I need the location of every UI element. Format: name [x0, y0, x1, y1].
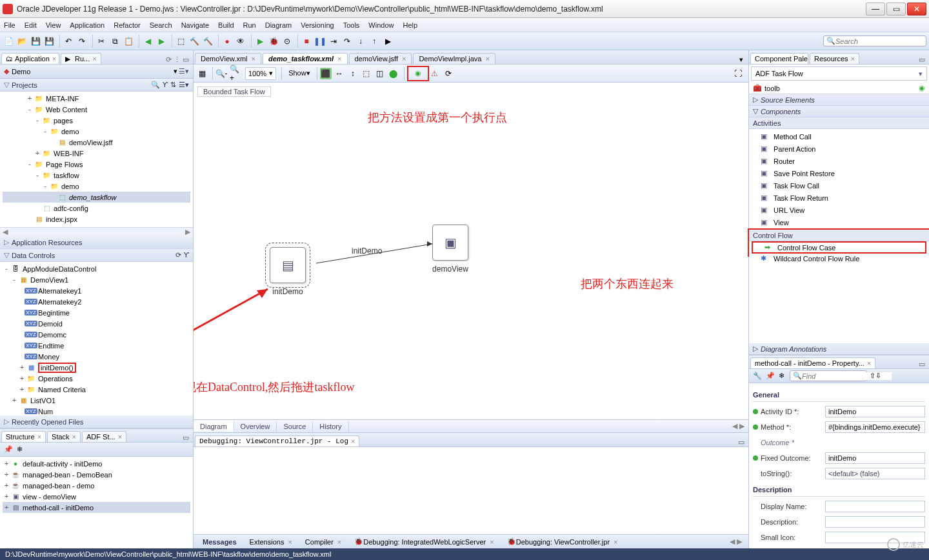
resume-icon[interactable]: ▶: [382, 35, 394, 47]
tab-property-inspector[interactable]: method-call - initDemo - Property...×: [750, 357, 875, 368]
log-body[interactable]: [194, 447, 748, 534]
tree-item[interactable]: XYZDemoid: [3, 318, 190, 329]
palette-item[interactable]: ▣Save Point Restore: [749, 167, 929, 179]
palette-help-icon[interactable]: ◉: [919, 84, 925, 92]
freeze-icon[interactable]: ❄: [779, 372, 784, 380]
tree-item[interactable]: XYZMoney: [3, 351, 190, 362]
tab-application[interactable]: 🗂Application×: [1, 53, 59, 64]
zoomin-icon[interactable]: 🔍+: [229, 68, 241, 79]
deploy-icon[interactable]: ⬚: [175, 35, 186, 47]
tree-item[interactable]: +▦ListVO1: [3, 395, 190, 406]
new-icon[interactable]: 📄: [3, 35, 14, 47]
msgtab-debug-wls[interactable]: 🐞Debugging: IntegratedWebLogicServer×: [348, 536, 500, 547]
build-icon[interactable]: 🔨: [188, 35, 200, 47]
tree-item[interactable]: XYZEndtime: [3, 340, 190, 351]
profile-icon[interactable]: ⊙: [281, 35, 293, 47]
btab-overview[interactable]: Overview: [234, 421, 277, 432]
datacontrols-tree[interactable]: -🗄AppModuleDataControl-▦DemoView1 XYZAlt…: [0, 262, 193, 415]
section-description[interactable]: Description: [753, 483, 925, 497]
tab-demoview-xml[interactable]: DemoView.xml×: [195, 53, 261, 64]
menu-help[interactable]: Help: [403, 21, 417, 29]
flow-label[interactable]: initDemo: [352, 246, 382, 255]
redo-icon[interactable]: ↷: [76, 35, 88, 47]
msgtab-extensions[interactable]: Extensions×: [243, 537, 299, 547]
btab-history[interactable]: History: [313, 421, 348, 432]
search-input[interactable]: [835, 37, 925, 45]
prop-fixed-outcome[interactable]: [825, 452, 925, 464]
tree-item[interactable]: +📁META-INF: [3, 93, 190, 104]
run-icon[interactable]: ▶: [254, 35, 266, 47]
tree-item[interactable]: ▤demoView.jsff: [3, 137, 190, 148]
tool5-icon[interactable]: ◫: [374, 68, 386, 79]
tree-item[interactable]: +▤method-call - initDemo: [3, 502, 190, 513]
tree-item[interactable]: +📁Operations: [3, 373, 190, 384]
close-icon[interactable]: ×: [92, 55, 96, 63]
menu-window[interactable]: Window: [368, 21, 394, 29]
btab-diagram[interactable]: Diagram: [194, 421, 234, 432]
tree-item[interactable]: +📁Named Criteria: [3, 384, 190, 395]
tree-item[interactable]: -📁Web Content: [3, 104, 190, 115]
zoomout-icon[interactable]: 🔍-: [215, 68, 227, 79]
tree-item[interactable]: ⬚demo_taskflow: [3, 192, 190, 203]
tree-item[interactable]: +☕managed-bean - DemoBean: [3, 469, 190, 480]
expand-icon[interactable]: ⛶: [732, 68, 744, 79]
app-menu-icon[interactable]: ☰▾: [179, 66, 189, 77]
menu-edit[interactable]: Edit: [25, 21, 37, 29]
group-source[interactable]: ▷Source Elements: [749, 94, 929, 106]
menu-tools[interactable]: Tools: [343, 21, 360, 29]
tool3-icon[interactable]: ↕: [347, 68, 359, 79]
tree-item[interactable]: -📁demo: [3, 181, 190, 192]
prop-nav-up[interactable]: ⇧: [870, 372, 875, 380]
cut-icon[interactable]: ✂: [95, 35, 107, 47]
pin-icon[interactable]: 📌: [766, 372, 775, 380]
menu-build[interactable]: Build: [218, 21, 234, 29]
tool8-icon[interactable]: ⚠: [429, 68, 441, 79]
saveall-icon[interactable]: 💾: [43, 35, 55, 47]
tab-demo-taskflow[interactable]: demo_taskflow.xml×: [263, 53, 348, 64]
stepout-icon[interactable]: ↑: [368, 35, 380, 47]
stop-icon[interactable]: ■: [301, 35, 312, 47]
minimize-button[interactable]: —: [866, 3, 885, 15]
thumbnails-icon[interactable]: ▦: [196, 68, 208, 79]
tab-run-manager[interactable]: ▶Ru...×: [61, 53, 101, 64]
msgtab-messages[interactable]: Messages: [196, 537, 243, 547]
open-icon[interactable]: 📂: [16, 35, 28, 47]
fwd-icon[interactable]: ▶: [155, 35, 167, 47]
zoom-selector[interactable]: 100%▾: [245, 67, 276, 80]
global-search[interactable]: 🔍: [823, 35, 926, 46]
tree-item[interactable]: XYZAlternatekey1: [3, 285, 190, 296]
tree-item[interactable]: -🗄AppModuleDataControl: [3, 263, 190, 274]
menu-versioning[interactable]: Versioning: [301, 21, 334, 29]
refresh-icon[interactable]: ⟳: [175, 251, 181, 259]
save-icon[interactable]: 💾: [30, 35, 41, 47]
group-components[interactable]: ▽Components: [749, 106, 929, 117]
palette-selector[interactable]: ADF Task Flow▾: [751, 66, 927, 81]
tree-item[interactable]: ⬚adfc-config: [3, 203, 190, 214]
show-dropdown[interactable]: Show▾: [285, 69, 314, 77]
rebuild-icon[interactable]: 🔨: [202, 35, 214, 47]
menu-search[interactable]: Search: [150, 21, 172, 29]
menu-diagram[interactable]: Diagram: [265, 21, 292, 29]
tab-demoview-jsff[interactable]: demoView.jsff×: [349, 53, 412, 64]
tree-item[interactable]: XYZNum: [3, 406, 190, 415]
stepover-icon[interactable]: ↷: [341, 35, 353, 47]
palette-item[interactable]: ▣Method Call: [749, 130, 929, 143]
pause-icon[interactable]: ❚❚: [314, 35, 326, 47]
tree-item[interactable]: XYZDemomc: [3, 329, 190, 340]
tool1-icon[interactable]: ⬛: [320, 68, 332, 79]
prop-display-name[interactable]: [825, 501, 925, 512]
prop-method[interactable]: [825, 421, 925, 433]
tree-item[interactable]: +▣view - demoView: [3, 491, 190, 502]
stepinto-icon[interactable]: ↓: [355, 35, 366, 47]
watch-icon[interactable]: 👁: [235, 35, 246, 47]
tree-item[interactable]: +▦initDemo(): [3, 362, 190, 373]
close-icon[interactable]: ×: [52, 55, 56, 63]
sort-icon[interactable]: ⇅: [170, 81, 176, 89]
pin-icon[interactable]: 📌: [4, 445, 13, 454]
freeze-icon[interactable]: ❄: [17, 445, 23, 454]
btab-source[interactable]: Source: [277, 421, 313, 432]
tree-item[interactable]: +📁WEB-INF: [3, 148, 190, 159]
palette-item[interactable]: ▣View: [749, 216, 929, 228]
filter-icon[interactable]: Ƴ: [184, 251, 189, 259]
tab-demoviewimpl-java[interactable]: DemoViewImpl.java×: [413, 53, 495, 64]
